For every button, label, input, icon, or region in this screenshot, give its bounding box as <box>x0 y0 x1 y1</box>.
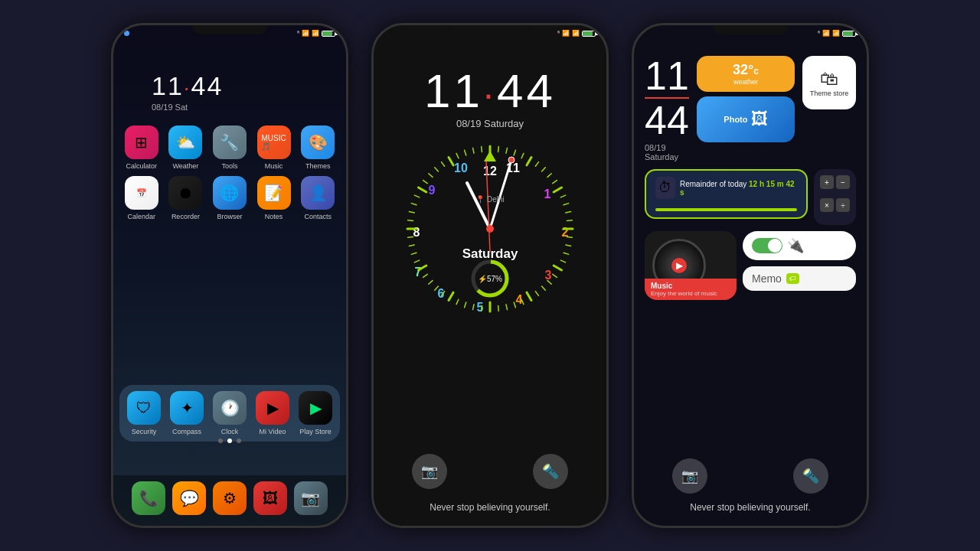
page-dot-2 <box>227 439 232 443</box>
phone2-minutes: 44 <box>497 64 556 117</box>
phone2-sep: · <box>483 73 497 116</box>
phone2-action-row: 📷 🔦 <box>374 449 606 494</box>
phone1-minutes: 44 <box>191 71 224 100</box>
status-icons-3: ⁶ 📶 📶 <box>818 30 856 37</box>
svg-line-23 <box>542 286 546 290</box>
music-row: ▶ Music Enjoy the world of music <box>645 231 856 300</box>
photo-widget[interactable]: Photo 🖼 <box>697 96 795 142</box>
p3-far-right: 🛍 Theme store <box>802 56 856 161</box>
toggle-widget[interactable]: 🔌 <box>743 231 856 260</box>
app-playstore-label: Play Store <box>299 428 332 435</box>
page-dot-1 <box>218 439 223 443</box>
weather-widget[interactable]: 32°c weather <box>697 56 795 92</box>
app-browser[interactable]: 🌐 Browser <box>211 176 249 220</box>
svg-line-8 <box>547 174 551 178</box>
signal3-icon: 📶 <box>822 30 830 37</box>
svg-line-16 <box>567 237 572 238</box>
signal-icon: 📶 <box>302 30 309 37</box>
flashlight3-btn[interactable]: 🔦 <box>793 458 828 494</box>
music-widget[interactable]: ▶ Music Enjoy the world of music <box>645 231 737 300</box>
app-compass[interactable]: ✦ Compass <box>168 391 205 435</box>
battery2-icon <box>582 31 596 37</box>
weather-temp: 32° <box>733 62 753 77</box>
status-icons-2: ⁶ 📶 📶 <box>557 30 596 37</box>
calendar-icon: 📅 <box>125 176 158 210</box>
app-playstore[interactable]: ▶ Play Store <box>297 391 334 435</box>
calc-widget[interactable]: + − × ÷ <box>814 169 856 225</box>
app-mivideo[interactable]: ▶ Mi Video <box>254 391 291 435</box>
svg-line-2 <box>506 148 507 153</box>
clock-num-12: 12 <box>483 165 497 178</box>
status-bar-3: ⁶ 📶 📶 <box>634 25 867 38</box>
dock-phone[interactable]: 📞 <box>132 481 165 515</box>
phone1-screen: ⁶ 📶 📶 11·44 08/19 Sat ⊞ Calculator ⛅ Wea… <box>113 25 346 526</box>
phone2-date: 08/19 Saturday <box>456 118 524 129</box>
app-music[interactable]: MUSIC🎵 Music <box>255 126 293 170</box>
phone1-time-display: 11·44 <box>113 71 346 101</box>
dock-messages[interactable]: 💬 <box>172 481 206 515</box>
svg-line-39 <box>423 274 428 277</box>
svg-line-1 <box>498 147 499 152</box>
photo-label: Photo <box>724 115 747 124</box>
svg-line-55 <box>449 157 453 165</box>
app-tools[interactable]: 🔧 Tools <box>211 126 249 170</box>
svg-line-33 <box>465 302 466 308</box>
bt-icon: ⁶ <box>557 30 560 37</box>
app-notes[interactable]: 📝 Notes <box>255 176 293 220</box>
dock-other[interactable]: 📷 <box>294 481 328 515</box>
svg-line-13 <box>566 212 571 213</box>
music-record-inner: ▶ <box>671 258 687 273</box>
app-clock[interactable]: 🕐 Clock <box>211 391 248 435</box>
svg-line-24 <box>535 292 538 296</box>
p3-right-widgets: 32°c weather Photo 🖼 <box>697 56 795 161</box>
app-compass-label: Compass <box>172 428 201 435</box>
phone3-clock: 11 44 08/19 Saturday <box>645 56 689 161</box>
dock-settings[interactable]: ⚙ <box>213 481 247 515</box>
music-title: Music <box>651 282 730 290</box>
music-sub: Enjoy the world of music <box>651 290 730 297</box>
app-calculator[interactable]: ⊞ Calculator <box>122 126 161 170</box>
svg-line-21 <box>553 274 557 277</box>
toggle-switch[interactable] <box>752 238 782 253</box>
app-security[interactable]: 🛡 Security <box>126 391 162 435</box>
reminder-top: ⏱ Remainder of today 12 h 15 m 42 s <box>655 177 797 199</box>
svg-line-29 <box>498 305 499 311</box>
p3-min-display: 44 <box>645 100 689 140</box>
clock-svg: 12 1 2 3 4 5 6 7 8 9 10 11 <box>398 137 582 321</box>
svg-line-51 <box>423 181 428 184</box>
app-calendar[interactable]: 📅 Calendar <box>122 176 161 220</box>
svg-line-42 <box>411 253 416 254</box>
wifi2-icon: 📶 <box>572 30 580 37</box>
svg-line-54 <box>442 162 445 167</box>
camera3-btn[interactable]: 📷 <box>672 458 707 494</box>
svg-line-47 <box>409 212 414 213</box>
bt3-icon: ⁶ <box>818 30 820 37</box>
reminder-widget[interactable]: ⏱ Remainder of today 12 h 15 m 42 s <box>645 169 808 219</box>
flashlight-btn[interactable]: 🔦 <box>533 454 568 489</box>
wifi3-icon: 📶 <box>832 30 840 37</box>
weather-icon: ⛅ <box>168 126 202 159</box>
svg-line-35 <box>449 292 453 300</box>
app-grid: ⊞ Calculator ⛅ Weather 🔧 Tools MUSIC🎵 Mu… <box>113 119 346 227</box>
phone-3: ⁶ 📶 📶 11 44 08/19 Saturday <box>632 23 869 528</box>
app-contacts[interactable]: 👤 Contacts <box>299 176 337 220</box>
svg-line-17 <box>566 245 571 246</box>
reminder-icon: ⏱ <box>655 177 675 199</box>
app-recorder[interactable]: ⏺ Recorder <box>167 176 205 220</box>
theme-store-widget[interactable]: 🛍 Theme store <box>802 56 856 109</box>
clock-num-1: 1 <box>544 187 551 201</box>
clock-triangle <box>484 151 496 161</box>
app-mivideo-label: Mi Video <box>260 428 286 435</box>
app-themes[interactable]: 🎨 Themes <box>299 126 337 170</box>
memo-widget[interactable]: Memo 🏷 <box>743 266 856 291</box>
music-icon: MUSIC🎵 <box>257 126 291 159</box>
battery3-icon <box>842 31 856 37</box>
app-weather[interactable]: ⛅ Weather <box>167 126 205 170</box>
camera-btn[interactable]: 📷 <box>412 454 447 489</box>
svg-line-38 <box>429 281 433 285</box>
music-bottom: Music Enjoy the world of music <box>645 279 737 300</box>
notes-icon: 📝 <box>257 176 291 210</box>
security-app-icon: 🛡 <box>127 391 161 425</box>
dock-gallery[interactable]: 🖼 <box>253 481 287 515</box>
weather-label: weather <box>733 78 758 86</box>
